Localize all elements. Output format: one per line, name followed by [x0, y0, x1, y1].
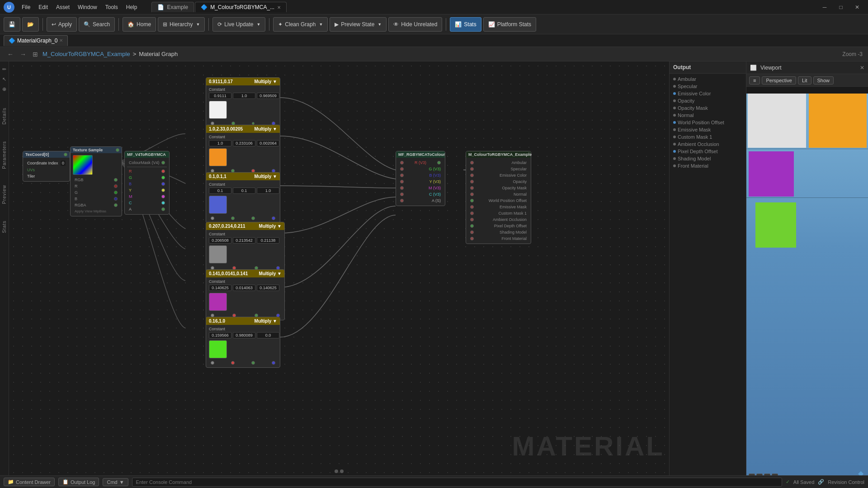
- dot-emissive-mask: [673, 128, 676, 131]
- green-preview: [209, 340, 227, 358]
- menu-window[interactable]: Window: [74, 3, 101, 11]
- gray-node-id: 0.207,0.214,0.211: [209, 224, 245, 229]
- gray-preview: [209, 245, 227, 263]
- blue-v1: 0.1: [209, 188, 231, 194]
- graph-canvas[interactable]: TexCoord[0] Coordinate Index0 UVs Tiler …: [9, 61, 669, 475]
- node-purple[interactable]: 0.141,0.0141,0.141 Multiply ▼ Constant 0…: [206, 269, 285, 320]
- node-mf-v4[interactable]: MF_V4ToRGBYMCA ColourMask (V4) R G B Y M…: [124, 151, 170, 215]
- green-out-pin-c: [251, 361, 255, 365]
- hierarchy-button[interactable]: ⊞ Hierarchy ▼: [158, 17, 205, 32]
- search-label: Search: [93, 21, 110, 28]
- node-texture-sample[interactable]: Texture Sample RGB R G B RGBA Apply View…: [70, 146, 122, 216]
- content-drawer-button[interactable]: 📁 Content Drawer: [4, 478, 55, 486]
- node-gray[interactable]: 0.207,0.214,0.211 Multiply ▼ Constant 0.…: [206, 222, 285, 273]
- viewport-close[interactable]: ✕: [860, 65, 864, 71]
- bottom-right-area: ✓ All Saved 🔗 Revision Control: [786, 479, 864, 485]
- node-mf-rgb[interactable]: MF_RGBYMCAToColour R (V3) G (V3) B (V3) …: [396, 151, 445, 206]
- b-out: B: [129, 182, 132, 186]
- dot-normal: [673, 114, 676, 117]
- vp-lit[interactable]: Lit: [798, 76, 811, 84]
- viewport-panel: ⬜ Viewport ✕ ≡ Perspective Lit Show: [746, 61, 868, 475]
- node-orange[interactable]: 1.0,2.33,0.00205 Multiply ▼ Constant 1.0…: [206, 125, 280, 176]
- revision-control-label: Revision Control: [828, 479, 864, 485]
- sidebar-label-preview: Preview: [1, 183, 8, 206]
- purple-node-id: 0.141,0.0141,0.141: [209, 271, 248, 276]
- mf-rgb-label: MF_RGBYMCAToColour: [398, 152, 445, 157]
- breadcrumb-separator: >: [133, 51, 137, 57]
- sidebar-icon-select[interactable]: ⊕: [0, 85, 9, 93]
- toolbar-icon-browse[interactable]: 📂: [22, 17, 39, 32]
- toolbar-icon-save[interactable]: 💾: [4, 17, 20, 32]
- vp-hamburger[interactable]: ≡: [749, 76, 760, 84]
- graph-connections: [9, 61, 669, 475]
- menu-help[interactable]: Help: [123, 3, 141, 11]
- breadcrumb-back[interactable]: ←: [5, 50, 15, 59]
- tiling-label: Tiler: [27, 174, 35, 178]
- menu-tools[interactable]: Tools: [102, 3, 122, 11]
- node-green[interactable]: 0.16,1.0 Multiply ▼ Constant 0.159566 0.…: [206, 317, 280, 368]
- minimize-button[interactable]: ─: [817, 3, 832, 12]
- blue-multiply-label: Multiply ▼: [255, 174, 277, 179]
- node-texcoord[interactable]: TexCoord[0] Coordinate Index0 UVs Tiler: [23, 151, 70, 182]
- tab-example[interactable]: 📄 Example: [151, 2, 194, 12]
- live-update-button[interactable]: ⟳ Live Update ▼: [212, 17, 265, 32]
- vp-purple-swatch: [749, 151, 794, 197]
- viewport-header: ⬜ Viewport ✕: [746, 61, 868, 74]
- node-blue[interactable]: 0.1,0.1,1 Multiply ▼ Constant 0.1 0.1 1.…: [206, 172, 280, 223]
- white-node-id: 0.9111,0.17: [209, 79, 233, 84]
- uvs-label: UVs: [27, 168, 35, 172]
- menu-edit[interactable]: Edit: [35, 3, 52, 11]
- cmd-button[interactable]: Cmd ▼: [103, 478, 128, 486]
- node-white[interactable]: 0.9111,0.17 Multiply ▼ Constant 0.9111 1…: [206, 77, 280, 128]
- tab-material-close[interactable]: ✕: [277, 5, 281, 10]
- output-log-button[interactable]: 📋 Output Log: [58, 478, 99, 486]
- node-mat-example[interactable]: M_ColourToRGBYMCA_Example Ambular Specul…: [466, 151, 531, 244]
- clean-graph-icon: ✦: [278, 21, 283, 28]
- menu-asset[interactable]: Asset: [52, 3, 73, 11]
- green-v3: 0.0: [257, 332, 279, 338]
- search-button[interactable]: 🔍 Search: [79, 17, 115, 32]
- mf-v4-label: MF_V4ToRGBYMCA: [127, 152, 166, 157]
- menu-file[interactable]: File: [18, 3, 34, 11]
- preview-state-button[interactable]: ▶ Preview State ▼: [330, 17, 387, 32]
- home-button[interactable]: 🏠 Home: [123, 17, 156, 32]
- green-v1: 0.159566: [209, 332, 231, 338]
- output-pdo: Pixel Depth Offset: [671, 148, 744, 155]
- viewport-content: ◆: [746, 87, 868, 475]
- clean-graph-label: Clean Graph: [285, 21, 316, 28]
- dot-shading: [673, 157, 676, 160]
- hide-unrelated-button[interactable]: 👁 Hide Unrelated: [388, 17, 442, 32]
- maximize-button[interactable]: □: [834, 3, 848, 12]
- sidebar-icon-pencil[interactable]: ✏: [0, 65, 9, 73]
- platform-stats-button[interactable]: 📈 Platform Stats: [483, 17, 536, 32]
- g-out: G: [129, 175, 132, 180]
- platform-stats-icon: 📈: [488, 21, 495, 28]
- vp-show[interactable]: Show: [813, 76, 834, 84]
- tab-material[interactable]: 🔷 M_ColourToRGBYMCA_... ✕: [195, 2, 287, 12]
- live-update-label: Live Update: [224, 21, 253, 28]
- tab-material-label: M_ColourToRGBYMCA_...: [210, 4, 274, 10]
- apply-button[interactable]: ↩ Apply: [47, 17, 77, 32]
- graph-tab-close[interactable]: ✕: [59, 38, 63, 43]
- title-bar: U File Edit Asset Window Tools Help 📄 Ex…: [0, 0, 868, 14]
- sidebar-icon-cursor[interactable]: ↖: [0, 75, 9, 83]
- dot-ambular: [673, 78, 676, 80]
- green-out-pin-d: [272, 361, 275, 365]
- texcoord-pin: [64, 153, 67, 156]
- graph-tab-material[interactable]: 🔷 MaterialGraph_0 ✕: [4, 35, 68, 46]
- rgb-out-pin: [114, 178, 118, 182]
- main-area: ✏ ↖ ⊕ Details Parameters Preview Stats: [0, 61, 868, 475]
- a-out: A: [129, 207, 132, 211]
- breadcrumb-grid[interactable]: ⊞: [31, 50, 40, 59]
- front-pin: [470, 237, 474, 240]
- stats-button[interactable]: 📊 Stats: [450, 17, 481, 32]
- v4-pin: [161, 161, 165, 164]
- breadcrumb-forward[interactable]: →: [18, 50, 28, 59]
- console-input[interactable]: [132, 478, 782, 487]
- purple-v2: 0.014063: [233, 285, 255, 291]
- wpo-pin: [470, 199, 474, 202]
- clean-graph-button[interactable]: ✦ Clean Graph ▼: [273, 17, 328, 32]
- live-update-icon: ⟳: [217, 21, 222, 28]
- close-button[interactable]: ✕: [850, 3, 864, 12]
- vp-perspective[interactable]: Perspective: [762, 76, 796, 84]
